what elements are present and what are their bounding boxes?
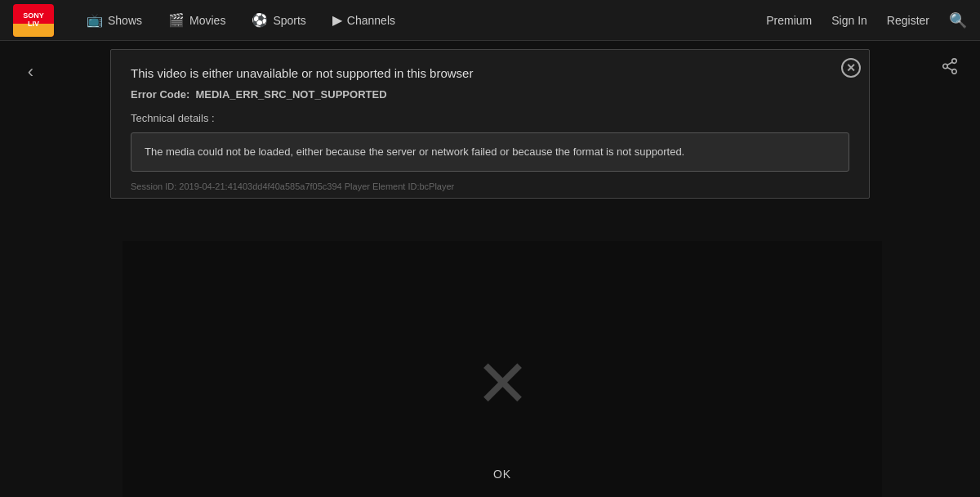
session-info: Session ID: 2019-04-21:41403dd4f40a585a7… — [131, 181, 849, 198]
error-message-text: The media could not be loaded, either be… — [145, 145, 835, 159]
logo-area[interactable]: SONY LIV — [13, 4, 54, 37]
error-code-value: MEDIA_ERR_SRC_NOT_SUPPORTED — [195, 88, 386, 101]
svg-point-0 — [951, 59, 956, 64]
video-area: ✕ — [122, 241, 882, 497]
svg-line-4 — [947, 62, 951, 65]
nav-item-movies[interactable]: 🎬 Movies — [168, 12, 225, 28]
movies-icon: 🎬 — [168, 12, 185, 28]
svg-point-2 — [951, 69, 956, 74]
error-dialog: ✕ This video is either unavailable or no… — [110, 49, 870, 199]
main-nav: 📺 Shows 🎬 Movies ⚽ Sports ▶ Channels — [87, 12, 766, 28]
logo-box: SONY LIV — [13, 4, 54, 37]
nav-item-shows[interactable]: 📺 Shows — [87, 12, 142, 28]
share-icon[interactable] — [941, 57, 959, 79]
channels-label: Channels — [347, 14, 395, 27]
error-code: Error Code: MEDIA_ERR_SRC_NOT_SUPPORTED — [131, 88, 849, 101]
back-button[interactable]: ‹ — [28, 61, 33, 83]
video-unavailable-icon: ✕ — [475, 351, 530, 417]
error-code-label: Error Code: — [131, 88, 189, 101]
svg-line-3 — [947, 67, 951, 70]
shows-icon: 📺 — [87, 12, 103, 28]
sports-icon: ⚽ — [252, 12, 268, 28]
technical-details-label: Technical details : — [131, 112, 849, 124]
nav-item-sports[interactable]: ⚽ Sports — [252, 12, 305, 28]
main-content: ‹ ✕ This video is either unavailable or … — [0, 41, 980, 497]
player-container: ✕ This video is either unavailable or no… — [61, 41, 919, 497]
logo-text: SONY LIV — [23, 12, 44, 29]
header: SONY LIV 📺 Shows 🎬 Movies ⚽ Sports ▶ Cha… — [0, 0, 980, 41]
signin-link[interactable]: Sign In — [831, 14, 867, 27]
ok-button[interactable]: OK — [493, 468, 511, 481]
left-strip: ‹ — [0, 41, 61, 497]
register-link[interactable]: Register — [887, 14, 929, 27]
shows-label: Shows — [108, 14, 142, 27]
sports-label: Sports — [273, 14, 305, 27]
movies-label: Movies — [189, 14, 225, 27]
error-message-box: The media could not be loaded, either be… — [131, 132, 849, 172]
search-button[interactable]: 🔍 — [949, 11, 967, 29]
nav-item-channels[interactable]: ▶ Channels — [332, 12, 395, 28]
close-button[interactable]: ✕ — [841, 58, 861, 78]
nav-right: Premium Sign In Register 🔍 — [766, 11, 967, 29]
error-title: This video is either unavailable or not … — [131, 66, 849, 80]
premium-link[interactable]: Premium — [766, 14, 812, 27]
svg-point-1 — [942, 64, 947, 69]
right-strip — [919, 41, 980, 497]
ok-btn-area: OK — [122, 468, 882, 481]
channels-icon: ▶ — [332, 12, 342, 28]
